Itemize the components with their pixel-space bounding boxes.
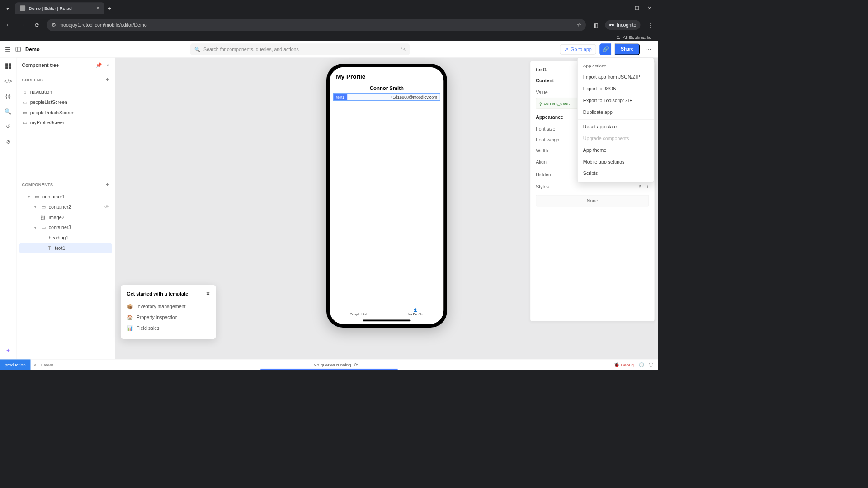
rail-settings-icon[interactable]: ⚙: [4, 138, 12, 145]
person-icon: 👤: [413, 308, 417, 312]
container-icon: ▭: [34, 194, 40, 199]
browser-tab[interactable]: Demo | Editor | Retool ×: [15, 2, 104, 14]
components-section-header: COMPONENTS +: [16, 178, 115, 192]
screen-icon: ▭: [22, 99, 28, 105]
nav-people-list[interactable]: ☰ People List: [330, 305, 387, 318]
styles-row: Styles ↻ +: [536, 181, 649, 192]
status-bar: production 🏷 Latest No queries running ⟳…: [0, 359, 658, 370]
search-shortcut: ^K: [401, 47, 406, 52]
search-placeholder: Search for components, queries, and acti…: [203, 47, 299, 52]
chevron-down-icon[interactable]: ▾: [34, 225, 38, 229]
reset-styles-icon[interactable]: ↻: [639, 184, 643, 189]
tab-dropdown-icon[interactable]: ▾: [3, 4, 12, 13]
dropdown-item: Upgrade components: [578, 132, 654, 144]
all-bookmarks-button[interactable]: 🗀 All Bookmarks: [616, 35, 651, 40]
bookmarks-bar: 🗀 All Bookmarks: [0, 33, 658, 41]
link-icon: 🔗: [602, 46, 609, 52]
hamburger-icon[interactable]: [5, 46, 11, 52]
dropdown-item[interactable]: Export to Toolscript ZIP: [578, 94, 654, 106]
share-button[interactable]: Share: [615, 43, 640, 55]
collapse-icon[interactable]: «: [107, 62, 109, 68]
close-window-icon[interactable]: ✕: [647, 5, 651, 11]
refresh-icon[interactable]: ⟳: [354, 362, 358, 367]
list-icon: ☰: [357, 308, 360, 312]
component-item[interactable]: ▾▭container3: [16, 222, 115, 233]
dropdown-item[interactable]: Reset app state: [578, 121, 654, 133]
app-title: Demo: [25, 46, 40, 52]
maximize-icon[interactable]: ☐: [635, 5, 639, 11]
dropdown-item[interactable]: App theme: [578, 144, 654, 156]
incognito-label: Incognito: [617, 22, 636, 28]
rail-history-icon[interactable]: ↺: [4, 122, 12, 130]
svg-rect-0: [16, 47, 21, 51]
component-item[interactable]: Theading1: [16, 233, 115, 243]
star-icon[interactable]: ☆: [577, 22, 581, 28]
app-body: </> {i} 🔍 ↺ ⚙ ✦ Component tree 📌 « SCREE…: [0, 57, 658, 359]
value-label: Value: [536, 89, 547, 95]
rail-ai-icon[interactable]: ✦: [4, 347, 12, 354]
side-panel-icon[interactable]: ◧: [591, 22, 600, 28]
template-item[interactable]: 📊Field sales: [127, 323, 210, 333]
component-item[interactable]: ▾▭container1: [16, 192, 115, 202]
rail-components-icon[interactable]: [4, 62, 12, 70]
component-item[interactable]: ▾▭container2👁: [16, 202, 115, 212]
rail-code-icon[interactable]: </>: [4, 77, 12, 85]
clock-icon[interactable]: 🕒: [639, 362, 644, 367]
screen-item[interactable]: ▭peopleListScreen: [16, 97, 115, 108]
dropdown-item[interactable]: Import app from JSON/ZIP: [578, 71, 654, 83]
tab-close-icon[interactable]: ×: [96, 5, 99, 11]
dropdown-item[interactable]: Export to JSON: [578, 83, 654, 95]
screen-title: My Profile: [330, 67, 443, 85]
add-screen-button[interactable]: +: [106, 76, 109, 83]
debug-button[interactable]: 🐞 Debug: [614, 362, 634, 367]
text1-value: 41d1e868@moodjoy.com: [347, 94, 440, 100]
text-icon: T: [47, 245, 52, 251]
selected-component-overlay[interactable]: text1 41d1e868@moodjoy.com: [333, 93, 440, 101]
rail-search-icon[interactable]: 🔍: [4, 108, 12, 115]
forward-icon[interactable]: →: [18, 22, 27, 28]
screen-item[interactable]: ⌂navigation: [16, 87, 115, 97]
browser-menu-icon[interactable]: ⋮: [645, 22, 655, 28]
dropdown-item[interactable]: Duplicate app: [578, 106, 654, 118]
url-text: moodjoy1.retool.com/mobile/editor/Demo: [59, 22, 147, 28]
home-indicator: [363, 319, 410, 321]
template-item[interactable]: 📦Inventory management: [127, 301, 210, 312]
visibility-icon[interactable]: 👁: [104, 204, 109, 210]
add-component-button[interactable]: +: [106, 181, 109, 188]
pin-icon[interactable]: 📌: [96, 62, 102, 68]
chevron-down-icon[interactable]: ▾: [34, 205, 38, 209]
component-item[interactable]: Ttext1: [19, 243, 112, 253]
screen-item[interactable]: ▭myProfileScreen: [16, 117, 115, 128]
env-latest[interactable]: 🏷 Latest: [30, 362, 57, 367]
reload-icon[interactable]: ⟳: [32, 22, 42, 28]
component-item[interactable]: 🖼image2: [16, 212, 115, 222]
chevron-down-icon[interactable]: ▾: [28, 195, 32, 198]
screen-item[interactable]: ▭peopleDetailsScreen: [16, 107, 115, 117]
panel-toggle-icon[interactable]: [15, 46, 21, 52]
profile-name: Connor Smith: [330, 85, 443, 91]
new-tab-button[interactable]: +: [108, 5, 111, 12]
rail-state-icon[interactable]: {i}: [4, 93, 12, 100]
site-settings-icon[interactable]: ⚙: [52, 22, 56, 28]
back-icon[interactable]: ←: [4, 22, 13, 28]
env-badge[interactable]: production: [0, 359, 30, 370]
share-link-button[interactable]: 🔗: [599, 43, 611, 55]
header-actions: ↗ Go to app 🔗 Share ⋯: [560, 43, 654, 55]
dropdown-item[interactable]: Mobile app settings: [578, 156, 654, 168]
address-bar[interactable]: ⚙ moodjoy1.retool.com/mobile/editor/Demo…: [47, 19, 586, 31]
search-input[interactable]: 🔍 Search for components, queries, and ac…: [190, 43, 410, 55]
close-icon[interactable]: ×: [206, 290, 210, 297]
styles-label: Styles: [536, 184, 549, 189]
dropdown-item[interactable]: Scripts: [578, 168, 654, 179]
container-icon: ▭: [40, 225, 46, 230]
external-link-icon: ↗: [564, 47, 568, 52]
info-icon[interactable]: ⓘ: [649, 361, 653, 368]
template-item[interactable]: 🏠Property inspection: [127, 312, 210, 323]
nav-my-profile[interactable]: 👤 My Profile: [387, 305, 443, 318]
incognito-badge[interactable]: 🕶 Incognito: [605, 20, 641, 30]
svg-rect-3: [9, 63, 11, 66]
add-style-icon[interactable]: +: [646, 184, 649, 189]
goto-app-button[interactable]: ↗ Go to app: [560, 44, 596, 54]
app-actions-menu-button[interactable]: ⋯: [643, 44, 654, 54]
minimize-icon[interactable]: —: [622, 5, 627, 11]
